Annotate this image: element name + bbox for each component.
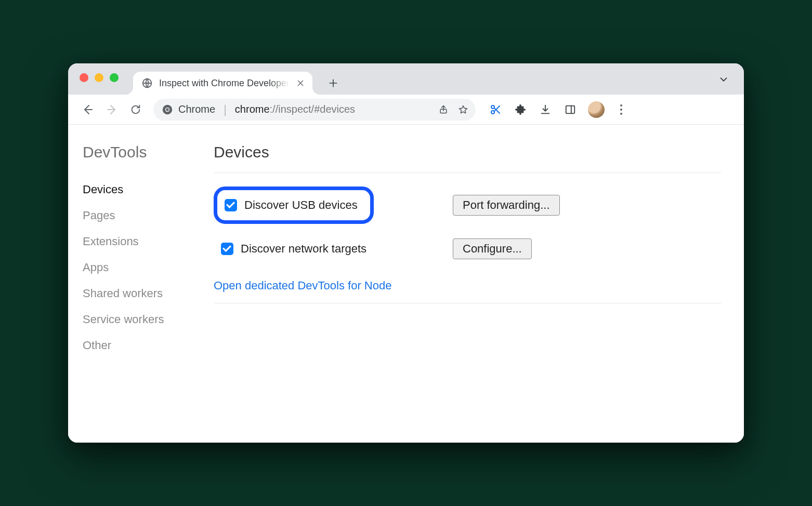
usb-highlight: Discover USB devices: [214, 187, 374, 224]
bookmark-star-icon[interactable]: [457, 103, 469, 116]
toolbar-actions: [488, 101, 627, 118]
share-icon[interactable]: [437, 103, 450, 116]
back-button[interactable]: [77, 99, 98, 120]
svg-rect-7: [566, 105, 575, 113]
open-node-devtools-link[interactable]: Open dedicated DevTools for Node: [214, 279, 391, 292]
discover-usb-checkbox[interactable]: [225, 199, 237, 211]
chrome-icon: [162, 104, 173, 115]
browser-window: Inspect with Chrome Developer Chrome: [68, 63, 744, 443]
sidebar-item-apps[interactable]: Apps: [83, 255, 198, 281]
node-link-row: Open dedicated DevTools for Node: [214, 274, 721, 303]
forward-button[interactable]: [101, 99, 122, 120]
side-panel-icon[interactable]: [563, 102, 578, 117]
window-controls: [80, 73, 119, 82]
sidebar-item-other[interactable]: Other: [83, 332, 198, 358]
page-content: DevTools Devices Pages Extensions Apps S…: [68, 125, 744, 443]
toolbar: Chrome | chrome://inspect/#devices: [68, 95, 744, 125]
separator: |: [224, 103, 227, 116]
sidebar-heading: DevTools: [83, 143, 198, 161]
extensions-icon[interactable]: [513, 102, 528, 117]
main-heading: Devices: [214, 143, 721, 161]
discover-usb-label: Discover USB devices: [244, 198, 358, 212]
sidebar-item-devices[interactable]: Devices: [83, 177, 198, 203]
sidebar-item-service-workers[interactable]: Service workers: [83, 307, 198, 332]
address-bar[interactable]: Chrome | chrome://inspect/#devices: [153, 99, 476, 121]
divider: [214, 303, 721, 303]
tab-title: Inspect with Chrome Developer: [159, 78, 290, 89]
scheme-label: Chrome: [178, 103, 215, 115]
svg-point-3: [166, 108, 169, 111]
network-row: Discover network targets Configure...: [214, 238, 721, 259]
downloads-icon[interactable]: [538, 102, 553, 117]
sidebar: DevTools Devices Pages Extensions Apps S…: [68, 125, 198, 443]
globe-icon: [141, 77, 153, 89]
close-tab-button[interactable]: [296, 78, 305, 88]
maximize-window-button[interactable]: [110, 73, 119, 82]
close-window-button[interactable]: [80, 73, 88, 82]
sidebar-item-extensions[interactable]: Extensions: [83, 229, 198, 255]
discover-network-label: Discover network targets: [241, 242, 366, 256]
browser-tab[interactable]: Inspect with Chrome Developer: [133, 72, 312, 95]
tabs-dropdown-button[interactable]: [718, 74, 729, 85]
sidebar-item-pages[interactable]: Pages: [83, 203, 198, 229]
divider: [214, 172, 721, 173]
usb-row: Discover USB devices Port forwarding...: [214, 187, 721, 224]
new-tab-button[interactable]: [324, 74, 343, 92]
kebab-menu-icon[interactable]: [615, 102, 627, 117]
url-text: chrome://inspect/#devices: [235, 103, 355, 115]
tab-strip: Inspect with Chrome Developer: [68, 63, 744, 95]
minimize-window-button[interactable]: [95, 73, 103, 82]
omnibox-actions: [437, 103, 469, 116]
discover-network-checkbox[interactable]: [221, 243, 233, 255]
reload-button[interactable]: [125, 99, 146, 120]
port-forwarding-button[interactable]: Port forwarding...: [453, 195, 560, 216]
profile-avatar[interactable]: [588, 101, 605, 118]
sidebar-item-shared-workers[interactable]: Shared workers: [83, 281, 198, 307]
main-panel: Devices Discover USB devices Port forwar…: [198, 125, 744, 443]
scissors-icon[interactable]: [488, 102, 503, 117]
configure-button[interactable]: Configure...: [453, 238, 532, 259]
